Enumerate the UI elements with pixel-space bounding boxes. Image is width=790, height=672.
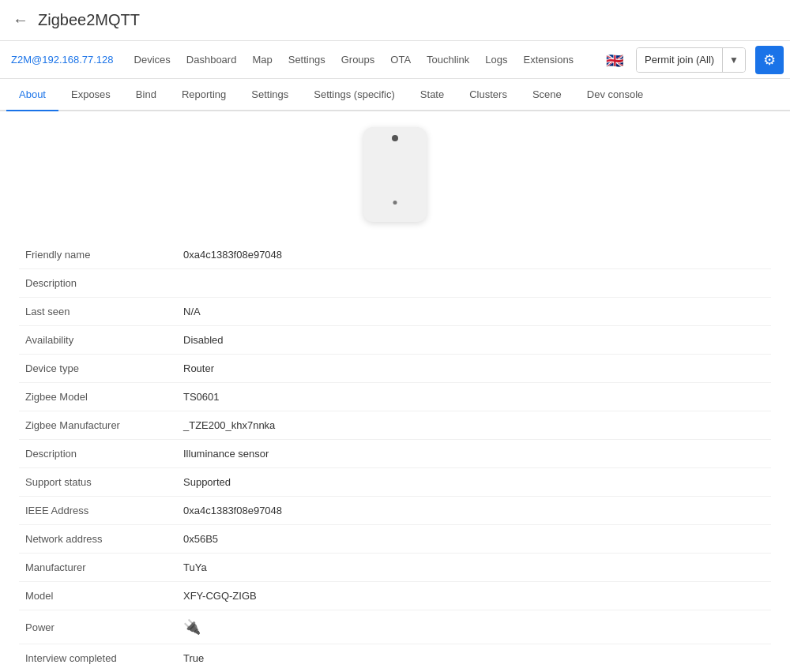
tab-state[interactable]: State [408, 79, 457, 111]
last-seen-label: Last seen [19, 298, 177, 326]
last-seen-value: N/A [177, 298, 771, 326]
permit-join-button[interactable]: Permit join (All) ▼ [636, 47, 746, 73]
nav-bar: Z2M@192.168.77.128 Devices Dashboard Map… [0, 41, 790, 79]
permit-join-label: Permit join (All) [637, 48, 723, 72]
table-row-network-address: Network address 0x56B5 [19, 525, 771, 554]
zigbee-manufacturer-label: Zigbee Manufacturer [19, 411, 177, 440]
zigbee-model-value: TS0601 [177, 383, 771, 411]
nav-devices[interactable]: Devices [128, 49, 177, 70]
ieee-address-value: 0xa4c1383f08e97048 [177, 497, 771, 525]
main-content: Friendly name 0xa4c1383f08e97048 Descrip… [0, 111, 790, 672]
nav-extensions[interactable]: Extensions [517, 49, 581, 70]
table-row-description: Description [19, 269, 771, 298]
support-status-value: Supported [177, 468, 771, 497]
model-value[interactable]: XFY-CGQ-ZIGB [177, 582, 771, 610]
network-address-value: 0x56B5 [177, 525, 771, 554]
power-value: 🔌 [177, 610, 771, 644]
table-row-zigbee-manufacturer: Zigbee Manufacturer _TZE200_khx7nnka [19, 411, 771, 440]
table-row-ieee-address: IEEE Address 0xa4c1383f08e97048 [19, 497, 771, 525]
nav-map[interactable]: Map [246, 49, 278, 70]
gear-button[interactable]: ⚙ [755, 46, 784, 74]
description-value [177, 269, 771, 298]
permit-join-arrow[interactable]: ▼ [723, 48, 745, 72]
device-image-area [19, 127, 771, 222]
ieee-address-label: IEEE Address [19, 497, 177, 525]
nav-settings[interactable]: Settings [282, 49, 332, 70]
network-address-label: Network address [19, 525, 177, 554]
device-type-value: Router [177, 355, 771, 383]
table-row-availability: Availability Disabled [19, 326, 771, 355]
top-bar: ← Zigbee2MQTT [0, 0, 790, 41]
friendly-name-value: 0xa4c1383f08e97048 [177, 241, 771, 269]
nav-groups[interactable]: Groups [335, 49, 382, 70]
manufacturer-value[interactable]: TuYa [177, 554, 771, 582]
support-status-label: Support status [19, 468, 177, 497]
table-row-power: Power 🔌 [19, 610, 771, 644]
description-label: Description [19, 269, 177, 298]
tab-clusters[interactable]: Clusters [457, 79, 520, 111]
table-row-model: Model XFY-CGQ-ZIGB [19, 582, 771, 610]
table-row-interview-completed: Interview completed True [19, 644, 771, 673]
availability-label: Availability [19, 326, 177, 355]
tab-exposes[interactable]: Exposes [58, 79, 123, 111]
manufacturer-label: Manufacturer [19, 554, 177, 582]
gear-icon: ⚙ [763, 51, 776, 69]
device-info-table: Friendly name 0xa4c1383f08e97048 Descrip… [19, 241, 771, 672]
table-row-support-status: Support status Supported [19, 468, 771, 497]
back-button[interactable]: ← [13, 11, 28, 29]
friendly-name-label: Friendly name [19, 241, 177, 269]
table-row-manufacturer: Manufacturer TuYa [19, 554, 771, 582]
tab-reporting[interactable]: Reporting [169, 79, 239, 111]
table-row-last-seen: Last seen N/A [19, 298, 771, 326]
nav-ota[interactable]: OTA [384, 49, 417, 70]
availability-value: Disabled [177, 326, 771, 355]
tab-bar: About Exposes Bind Reporting Settings Se… [0, 79, 790, 111]
nav-dashboard[interactable]: Dashboard [180, 49, 243, 70]
table-row-zigbee-model: Zigbee Model TS0601 [19, 383, 771, 411]
tab-settings-specific[interactable]: Settings (specific) [301, 79, 408, 111]
tab-scene[interactable]: Scene [520, 79, 574, 111]
device-camera-dot [392, 135, 398, 141]
power-label: Power [19, 610, 177, 644]
z2m-link[interactable]: Z2M@192.168.77.128 [6, 51, 118, 69]
power-icon: 🔌 [183, 619, 201, 635]
description2-label: Description [19, 440, 177, 468]
table-row-description2: Description Illuminance sensor [19, 440, 771, 468]
device-sensor-dot [393, 201, 397, 205]
tab-bind[interactable]: Bind [123, 79, 169, 111]
table-row-friendly-name: Friendly name 0xa4c1383f08e97048 [19, 241, 771, 269]
zigbee-manufacturer-value: _TZE200_khx7nnka [177, 411, 771, 440]
tab-dev-console[interactable]: Dev console [574, 79, 656, 111]
app-title: Zigbee2MQTT [38, 11, 777, 29]
interview-completed-value: True [177, 644, 771, 673]
device-image [363, 127, 427, 222]
tab-about[interactable]: About [6, 79, 58, 111]
model-label: Model [19, 582, 177, 610]
nav-touchlink[interactable]: Touchlink [420, 49, 476, 70]
language-flag[interactable]: 🇬🇧 [606, 52, 628, 68]
interview-completed-label: Interview completed [19, 644, 177, 673]
tab-settings[interactable]: Settings [239, 79, 301, 111]
table-row-device-type: Device type Router [19, 355, 771, 383]
description2-value: Illuminance sensor [177, 440, 771, 468]
nav-logs[interactable]: Logs [479, 49, 514, 70]
zigbee-model-label: Zigbee Model [19, 383, 177, 411]
device-type-label: Device type [19, 355, 177, 383]
